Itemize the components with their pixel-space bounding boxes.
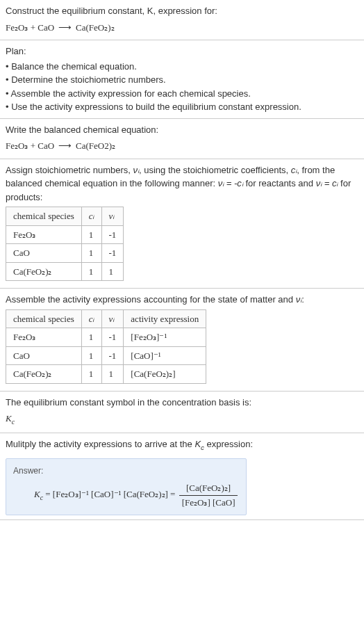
stoich-r2c3: -1 [101,244,124,263]
stoich-table: chemical species cᵢ νᵢ Fe₂O₃ 1 -1 CaO 1 … [6,207,124,281]
multiply-prompt: Mulitply the activity expressions to arr… [6,437,358,453]
stoich-r2c2: 1 [81,244,101,263]
stoich-p4: for reactants and [243,178,316,188]
intro-section: Construct the equilibrium constant, K, e… [0,0,364,40]
plan-item-1: • Balance the chemical equation. [6,60,358,74]
intro-eq-arrow: ⟶ [58,22,72,33]
multiply-kc: Kc [195,439,204,449]
intro-eq-lhs2: CaO [38,22,54,33]
activity-prompt: Assemble the activity expressions accoun… [6,293,358,307]
activity-h3: νᵢ [101,309,124,328]
table-row: Ca(FeO₂)₂ 1 1 [Ca(FeO₂)₂] [6,365,206,384]
balanced-equation: Fe₂O₃ + CaO⟶Ca(FeO2)₂ [6,139,358,153]
intro-prompt: Construct the equilibrium constant, K, e… [6,4,358,18]
plan-item-3: • Assemble the activity expression for e… [6,87,358,101]
balanced-eq-lhs1: Fe₂O₃ [6,140,28,151]
balanced-section: Write the balanced chemical equation: Fe… [0,119,364,159]
activity-r2c4: [CaO]⁻¹ [124,346,206,365]
balanced-eq-rhs: Ca(FeO2)₂ [76,140,115,151]
activity-r2c2: 1 [81,346,101,365]
answer-label: Answer: [13,465,239,477]
activity-p1: Assemble the activity expressions accoun… [6,294,296,305]
activity-h1: chemical species [6,309,82,328]
activity-h4: activity expression [124,309,206,328]
stoich-r3c3: 1 [101,262,124,281]
stoich-prompt: Assign stoichiometric numbers, νᵢ, using… [6,163,358,204]
activity-section: Assemble the activity expressions accoun… [0,289,364,392]
activity-r1c2: 1 [81,328,101,347]
activity-r3c4: [Ca(FeO₂)₂] [124,365,206,384]
table-row: CaO 1 -1 [6,244,124,263]
stoich-r3c2: 1 [81,262,101,281]
stoich-r1c1: Fe₂O₃ [6,225,82,244]
stoich-v1: νᵢ [133,165,140,175]
intro-eq-rhs: Ca(FeO₂)₂ [76,22,115,33]
answer-eq2: = [170,489,178,499]
balanced-eq-plus: + [28,140,38,151]
answer-term2: [CaO]⁻¹ [91,489,121,499]
plan-item-2: • Determine the stoichiometric numbers. [6,73,358,87]
activity-r3c1: Ca(FeO₂)₂ [6,365,82,384]
intro-equation: Fe₂O₃ + CaO⟶Ca(FeO₂)₂ [6,21,358,35]
balanced-eq-lhs2: CaO [38,140,54,151]
intro-eq-plus: + [28,22,38,33]
stoich-p1: Assign stoichiometric numbers, [6,165,133,175]
answer-expression: Kc = [Fe₂O₃]⁻¹ [CaO]⁻¹ [Ca(FeO₂)₂] = [Ca… [34,481,239,509]
activity-r2c3: -1 [101,346,124,365]
answer-term1: [Fe₂O₃]⁻¹ [53,489,89,499]
intro-eq-lhs1: Fe₂O₃ [6,22,28,33]
stoich-h3: νᵢ [101,207,124,226]
activity-r1c3: -1 [101,328,124,347]
table-row: Ca(FeO₂)₂ 1 1 [6,262,124,281]
stoich-v2: cᵢ [291,165,297,175]
stoich-h1: chemical species [6,207,82,226]
balanced-prompt: Write the balanced chemical equation: [6,123,358,137]
table-row: Fe₂O₃ 1 -1 [6,225,124,244]
plan-section: Plan: • Balance the chemical equation. •… [0,40,364,119]
plan-header: Plan: [6,45,358,58]
stoich-r1: νᵢ = -cᵢ [218,178,243,188]
symbol-section: The equilibrium constant symbol in the c… [0,392,364,434]
activity-v: νᵢ [296,294,302,305]
activity-r3c2: 1 [81,365,101,384]
stoich-r2: νᵢ = cᵢ [316,178,338,188]
activity-table: chemical species cᵢ νᵢ activity expressi… [6,309,206,384]
answer-box: Answer: Kc = [Fe₂O₃]⁻¹ [CaO]⁻¹ [Ca(FeO₂)… [6,458,247,515]
stoich-r3c1: Ca(FeO₂)₂ [6,262,82,281]
multiply-p2: expression: [204,439,253,449]
activity-h2: cᵢ [81,309,101,328]
stoich-r1c2: 1 [81,225,101,244]
answer-fraction: [Ca(FeO₂)₂] [Fe₂O₃] [CaO] [179,481,238,509]
multiply-section: Mulitply the activity expressions to arr… [0,433,364,520]
stoich-p2: , using the stoichiometric coefficients, [139,165,291,175]
intro-prompt-text: Construct the equilibrium constant, K, e… [6,6,217,16]
table-header-row: chemical species cᵢ νᵢ [6,207,124,226]
balanced-eq-arrow: ⟶ [58,140,72,151]
answer-eq1: = [45,489,53,499]
multiply-p1: Mulitply the activity expressions to arr… [6,439,195,449]
plan-item-4: • Use the activity expressions to build … [6,100,358,114]
answer-term3: [Ca(FeO₂)₂] [124,489,168,499]
answer-kc: Kc [34,489,43,499]
stoich-section: Assign stoichiometric numbers, νᵢ, using… [0,159,364,289]
symbol-value: Kc [6,412,358,427]
stoich-r1c3: -1 [101,225,124,244]
answer-frac-num: [Ca(FeO₂)₂] [179,481,238,496]
plan-list: • Balance the chemical equation. • Deter… [6,60,358,114]
table-header-row: chemical species cᵢ νᵢ activity expressi… [6,309,206,328]
activity-r1c4: [Fe₂O₃]⁻¹ [124,328,206,347]
activity-r2c1: CaO [6,346,82,365]
activity-r1c1: Fe₂O₃ [6,328,82,347]
stoich-r2c1: CaO [6,244,82,263]
table-row: CaO 1 -1 [CaO]⁻¹ [6,346,206,365]
stoich-h2: cᵢ [81,207,101,226]
table-row: Fe₂O₃ 1 -1 [Fe₂O₃]⁻¹ [6,328,206,347]
kc-symbol: Kc [6,413,15,424]
symbol-prompt: The equilibrium constant symbol in the c… [6,396,358,410]
activity-r3c3: 1 [101,365,124,384]
answer-frac-den: [Fe₂O₃] [CaO] [179,496,238,510]
activity-p2: : [301,294,304,305]
